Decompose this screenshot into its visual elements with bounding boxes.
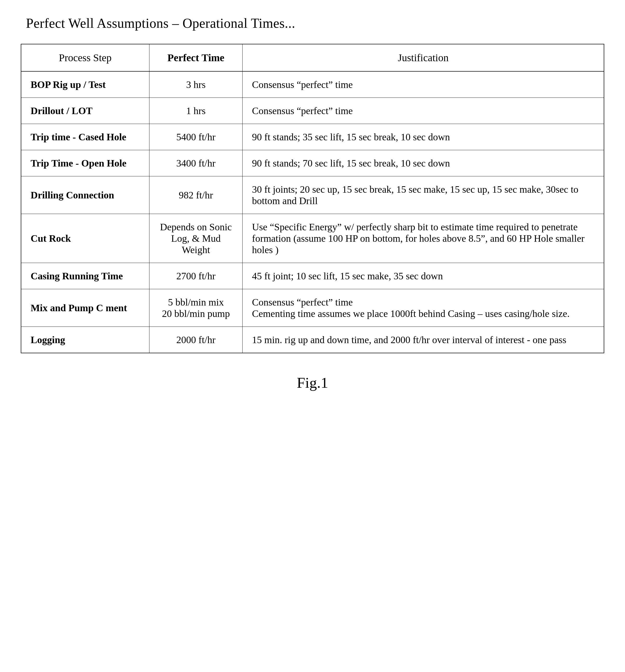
assumptions-table: Process Step Perfect Time Justification … — [21, 44, 604, 353]
table-row: Casing Running Time2700 ft/hr45 ft joint… — [21, 263, 604, 289]
figure-caption: Fig.1 — [21, 374, 604, 391]
perfect-time-cell: 982 ft/hr — [149, 176, 242, 214]
header-process-step: Process Step — [21, 44, 149, 71]
process-step-cell: Drilling Connection — [21, 176, 149, 214]
perfect-time-cell: 2700 ft/hr — [149, 263, 242, 289]
table-row: Drillout / LOT1 hrsConsensus “perfect” t… — [21, 98, 604, 124]
justification-cell: Use “Specific Energy” w/ perfectly sharp… — [242, 214, 604, 263]
process-step-cell: Mix and Pump C ment — [21, 289, 149, 327]
justification-cell: 15 min. rig up and down time, and 2000 f… — [242, 327, 604, 353]
justification-cell: Consensus “perfect” time — [242, 98, 604, 124]
process-step-cell: BOP Rig up / Test — [21, 71, 149, 98]
header-perfect-time: Perfect Time — [149, 44, 242, 71]
process-step-cell: Casing Running Time — [21, 263, 149, 289]
process-step-cell: Trip Time - Open Hole — [21, 150, 149, 176]
perfect-time-cell: 3 hrs — [149, 71, 242, 98]
table-row: Trip time - Cased Hole5400 ft/hr90 ft st… — [21, 124, 604, 150]
justification-cell: 30 ft joints; 20 sec up, 15 sec break, 1… — [242, 176, 604, 214]
table-row: Logging2000 ft/hr15 min. rig up and down… — [21, 327, 604, 353]
justification-cell: 90 ft stands; 70 sec lift, 15 sec break,… — [242, 150, 604, 176]
table-row: BOP Rig up / Test3 hrsConsensus “perfect… — [21, 71, 604, 98]
process-step-cell: Logging — [21, 327, 149, 353]
table-row: Mix and Pump C ment5 bbl/min mix 20 bbl/… — [21, 289, 604, 327]
justification-cell: Consensus “perfect” time — [242, 71, 604, 98]
perfect-time-cell: 2000 ft/hr — [149, 327, 242, 353]
perfect-time-cell: 1 hrs — [149, 98, 242, 124]
table-row: Drilling Connection982 ft/hr30 ft joints… — [21, 176, 604, 214]
justification-cell: 90 ft stands; 35 sec lift, 15 sec break,… — [242, 124, 604, 150]
process-step-cell: Trip time - Cased Hole — [21, 124, 149, 150]
perfect-time-cell: 5400 ft/hr — [149, 124, 242, 150]
header-justification: Justification — [242, 44, 604, 71]
table-row: Trip Time - Open Hole3400 ft/hr90 ft sta… — [21, 150, 604, 176]
process-step-cell: Drillout / LOT — [21, 98, 149, 124]
justification-cell: 45 ft joint; 10 sec lift, 15 sec make, 3… — [242, 263, 604, 289]
page-title: Perfect Well Assumptions – Operational T… — [26, 16, 604, 31]
perfect-time-cell: 5 bbl/min mix 20 bbl/min pump — [149, 289, 242, 327]
perfect-time-cell: 3400 ft/hr — [149, 150, 242, 176]
process-step-cell: Cut Rock — [21, 214, 149, 263]
table-row: Cut RockDepends on Sonic Log, & Mud Weig… — [21, 214, 604, 263]
justification-cell: Consensus “perfect” time Cementing time … — [242, 289, 604, 327]
perfect-time-cell: Depends on Sonic Log, & Mud Weight — [149, 214, 242, 263]
